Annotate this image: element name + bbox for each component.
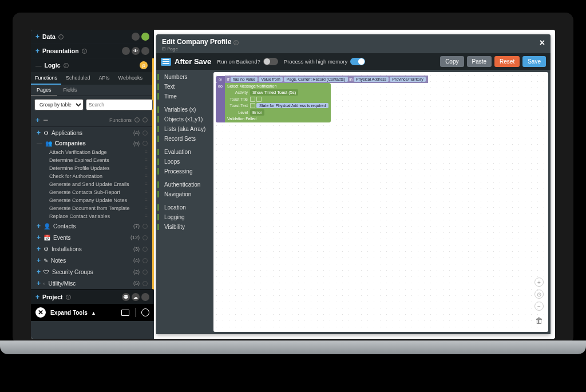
block-canvas[interactable]: ◎ if has no value Value from Page, Curre… (213, 72, 548, 332)
block-toastmsg[interactable]: State for Physical Address is required (256, 103, 328, 108)
zoom-out-icon[interactable]: − (534, 302, 544, 311)
laptop-frame: +Datai +Presentationi 👁 —Logici β Functi… (13, 13, 573, 345)
add-icon[interactable]: + (35, 116, 40, 124)
highmem-toggle[interactable] (350, 58, 365, 65)
palette-logging[interactable]: Logging (156, 212, 213, 222)
zoom-reset-icon[interactable]: ⊙ (534, 290, 544, 299)
dot-icon[interactable]: ☁ (132, 293, 140, 301)
expand-label: Expand Tools (50, 310, 88, 316)
empty-slot[interactable] (256, 97, 262, 102)
dot-green-icon[interactable] (141, 33, 149, 41)
sub-item[interactable]: Check for Authorization≡ (31, 172, 152, 180)
info-icon: i (58, 34, 64, 39)
tree-security[interactable]: +🛡Security Groups(2) (31, 266, 152, 278)
block-physical[interactable]: Physical Address (354, 77, 389, 82)
tree-applications[interactable]: +⚙Applications(4) (31, 127, 152, 138)
palette-nav[interactable]: Navigation (156, 189, 213, 199)
gear-icon[interactable] (142, 141, 148, 146)
block-cluster[interactable]: ◎ if has no value Value from Page, Curre… (216, 76, 428, 122)
dot-icon[interactable]: 👁 (132, 47, 140, 55)
tree-installations[interactable]: +⚙Installations(3) (31, 243, 152, 255)
paste-button[interactable]: Paste (467, 56, 492, 67)
block-error[interactable]: Error (250, 109, 264, 116)
sub-item[interactable]: Generate Contacts Sub-Report≡ (31, 188, 152, 196)
gear-icon[interactable] (142, 235, 148, 240)
sub-item[interactable]: Replace Contact Variables≡ (31, 212, 152, 220)
section-data[interactable]: +Datai (31, 30, 154, 43)
dot-icon[interactable]: 💬 (122, 293, 130, 301)
tab-webhooks[interactable]: Webhooks (114, 72, 146, 85)
palette-processing[interactable]: Processing (156, 167, 213, 176)
subtab-fields[interactable]: Fields (58, 85, 83, 96)
gear-icon[interactable] (142, 130, 148, 136)
palette-auth[interactable]: Authentication (156, 180, 213, 189)
gear-icon[interactable] (142, 258, 148, 263)
block-province[interactable]: Province/Territory (390, 77, 425, 82)
tab-scheduled[interactable]: Scheduled (62, 72, 94, 85)
palette-text[interactable]: Text (156, 82, 213, 92)
palette-visibility[interactable]: Visibility (156, 222, 213, 232)
group-by-select[interactable]: Group by table (34, 99, 84, 110)
tree-label: Utility/Misc (49, 280, 76, 287)
block-showtoast[interactable]: Show Timed Toast (5s) (250, 89, 298, 96)
gear-icon[interactable] (142, 117, 148, 122)
sub-item[interactable]: Generate and Send Update Emails≡ (31, 180, 152, 188)
dot-icon[interactable] (141, 47, 149, 55)
menu-icon[interactable] (161, 58, 171, 66)
tab-apis[interactable]: APIs (95, 72, 114, 85)
remove-icon[interactable]: − (43, 115, 49, 125)
block-valuefrom[interactable]: Value from (259, 77, 282, 82)
sub-item[interactable]: Determine Expired Events≡ (31, 156, 152, 164)
close-icon[interactable]: × (540, 38, 545, 48)
reset-button[interactable]: Reset (494, 56, 520, 67)
dot-orange-icon[interactable]: β (140, 61, 148, 69)
gear-icon[interactable] (142, 224, 148, 229)
section-logic-label: Logic (45, 62, 61, 69)
palette-objects[interactable]: Objects (x1,y1) (156, 114, 213, 124)
palette-lists[interactable]: Lists (aka Array) (156, 124, 213, 134)
tree-events[interactable]: +📅Events(12) (31, 232, 152, 243)
zoom-in-icon[interactable]: + (534, 278, 544, 287)
palette-time[interactable]: Time (156, 92, 213, 101)
palette-eval[interactable]: Evaluation (156, 147, 213, 157)
palette-loops[interactable]: Loops (156, 157, 213, 167)
block-page[interactable]: Page, Current Record (Contacts) (284, 77, 348, 82)
tab-functions[interactable]: Functions (31, 72, 61, 85)
subtab-pages[interactable]: Pages (31, 85, 57, 96)
sub-item[interactable]: Generate Document from Template≡ (31, 204, 152, 212)
dot-icon[interactable] (122, 47, 130, 55)
dot-icon[interactable] (132, 33, 140, 41)
trash-icon[interactable]: 🗑 (535, 316, 543, 325)
tree-notes[interactable]: +✎Notes(4) (31, 255, 152, 266)
dot-icon[interactable] (141, 293, 149, 301)
backend-toggle[interactable] (263, 58, 278, 65)
palette-location[interactable]: Location (156, 203, 213, 212)
sub-item[interactable]: Attach Verification Badge≡ (31, 148, 152, 156)
user-icon[interactable] (141, 308, 149, 316)
copy-button[interactable]: Copy (440, 56, 464, 67)
expand-tools[interactable]: ✕ Expand Tools▴ (31, 304, 154, 321)
backend-option[interactable]: Run on Backend? (217, 58, 278, 65)
section-logic[interactable]: —Logici β (31, 58, 152, 72)
empty-slot[interactable] (250, 103, 255, 108)
gear-icon[interactable] (142, 270, 148, 275)
sub-item[interactable]: Determine Profile Updates≡ (31, 164, 152, 172)
section-presentation[interactable]: +Presentationi 👁 (31, 44, 154, 58)
section-project[interactable]: +Projecti 💬☁ (31, 290, 154, 304)
palette-recordsets[interactable]: Record Sets (156, 134, 213, 144)
save-button[interactable]: Save (522, 56, 546, 67)
empty-slot[interactable] (250, 97, 255, 102)
highmem-option[interactable]: Process with high memory (284, 58, 365, 65)
tree-contacts[interactable]: +👤Contacts(7) (31, 220, 152, 232)
info-icon: i (134, 117, 140, 122)
tree-utility[interactable]: +▫Utility/Misc(5) (31, 278, 152, 289)
tree-companies[interactable]: —👥Companies(9) (31, 138, 152, 148)
palette-numbers[interactable]: Numbers (156, 72, 213, 82)
palette-variables[interactable]: Variables (x) (156, 105, 213, 114)
gear-icon[interactable] (142, 247, 148, 252)
desktop-icon[interactable] (121, 310, 129, 316)
gear-icon[interactable] (142, 281, 148, 286)
block-hasnovalue[interactable]: has no value (231, 77, 258, 82)
sub-item[interactable]: Generate Company Update Notes≡ (31, 196, 152, 204)
search-input[interactable] (86, 99, 153, 110)
